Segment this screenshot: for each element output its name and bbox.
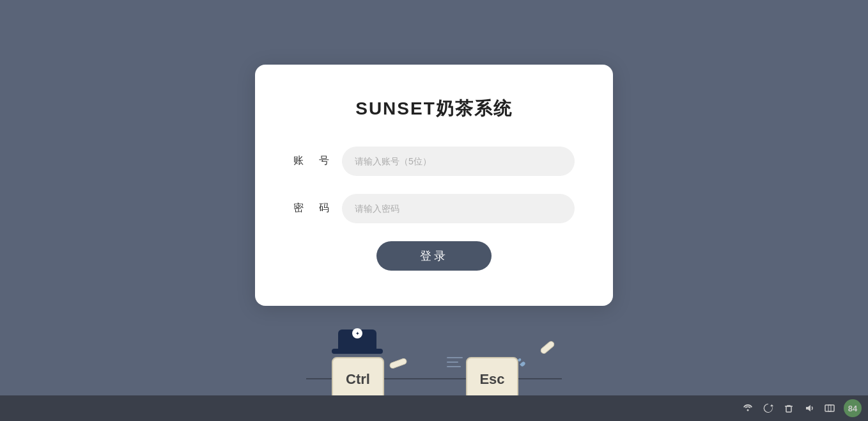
svg-rect-2 (825, 405, 834, 411)
page-background: SUNSET奶茶系统 账 号 密 码 登录 ✦ Ctrl (0, 0, 868, 421)
audio-icon[interactable] (803, 402, 816, 415)
speed-line-2 (447, 361, 458, 363)
account-input[interactable] (342, 147, 575, 176)
password-input[interactable] (342, 194, 575, 223)
illustration-area: ✦ Ctrl Esc (325, 331, 543, 402)
password-row: 密 码 (293, 194, 575, 223)
speed-lines (447, 357, 463, 367)
esc-key-label: Esc (479, 371, 504, 388)
window-icon[interactable] (823, 402, 836, 415)
login-button[interactable]: 登录 (376, 241, 492, 271)
esc-arm (539, 340, 556, 355)
ctrl-key-label: Ctrl (346, 371, 370, 388)
hat-badge: ✦ (352, 328, 362, 338)
speed-line-1 (447, 357, 463, 358)
ctrl-character: ✦ Ctrl (325, 331, 402, 402)
svg-point-0 (747, 409, 749, 411)
login-card: SUNSET奶茶系统 账 号 密 码 登录 (255, 65, 613, 306)
taskbar-time-badge: 84 (844, 399, 862, 417)
svg-rect-1 (786, 406, 791, 412)
sweat-drop-1 (520, 361, 526, 367)
ctrl-arm (389, 358, 408, 370)
esc-character: Esc (466, 338, 543, 402)
trash-icon[interactable] (782, 402, 795, 415)
police-hat: ✦ (335, 328, 380, 354)
account-row: 账 号 (293, 147, 575, 176)
hat-body: ✦ (338, 330, 376, 350)
password-label: 密 码 (293, 202, 332, 215)
login-title: SUNSET奶茶系统 (293, 97, 575, 121)
taskbar: 84 (0, 395, 868, 421)
network-icon[interactable] (741, 402, 754, 415)
refresh-icon[interactable] (762, 402, 775, 415)
speed-line-3 (447, 366, 461, 367)
account-label: 账 号 (293, 154, 332, 168)
svg-rect-3 (828, 405, 831, 411)
sweat-drop-2 (518, 358, 522, 361)
